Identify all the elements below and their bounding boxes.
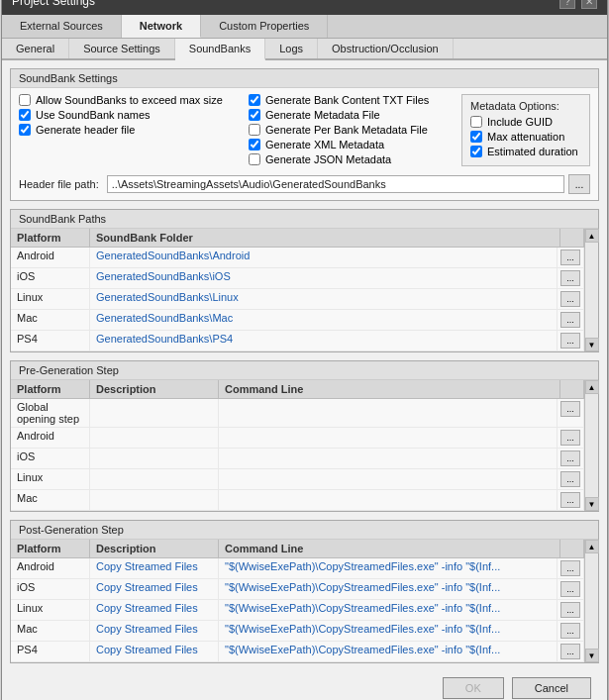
sub-tab-general[interactable]: General bbox=[2, 39, 69, 58]
cancel-button[interactable]: Cancel bbox=[512, 677, 591, 699]
cb-xml-label: Generate XML Metadata bbox=[265, 139, 384, 150]
cb-row-txt: Generate Bank Content TXT Files bbox=[249, 94, 450, 106]
td-folder: GeneratedSoundBanks\Linux bbox=[90, 289, 558, 309]
row-action-btn[interactable]: ... bbox=[560, 333, 580, 349]
cb-gen-metadata[interactable] bbox=[249, 109, 260, 121]
pre-scroll-up[interactable]: ▲ bbox=[585, 380, 599, 394]
td-action: ... bbox=[558, 331, 584, 350]
table-row[interactable]: PS4 Copy Streamed Files "$(WwiseExePath)… bbox=[11, 642, 584, 662]
td-platform: Android bbox=[11, 248, 90, 267]
sub-tab-obstruction[interactable]: Obstruction/Occlusion bbox=[318, 39, 454, 58]
cb-row-header: Generate header file bbox=[19, 124, 237, 136]
row-action-btn[interactable]: ... bbox=[560, 581, 580, 597]
table-row[interactable]: Linux GeneratedSoundBanks\Linux ... bbox=[11, 289, 584, 310]
table-row[interactable]: PS4 GeneratedSoundBanks\PS4 ... bbox=[11, 331, 584, 351]
td-folder: GeneratedSoundBanks\iOS bbox=[90, 268, 558, 288]
row-action-btn[interactable]: ... bbox=[560, 401, 580, 417]
row-action-btn[interactable]: ... bbox=[560, 430, 580, 446]
tab-custom-properties[interactable]: Custom Properties bbox=[201, 15, 328, 38]
post-scroll-down[interactable]: ▼ bbox=[585, 649, 599, 662]
row-action-btn[interactable]: ... bbox=[560, 492, 580, 508]
scroll-track bbox=[585, 243, 598, 338]
td-action: ... bbox=[558, 289, 584, 309]
table-row[interactable]: Global opening step ... bbox=[11, 399, 584, 428]
row-action-btn[interactable]: ... bbox=[560, 312, 580, 328]
cb-exceed-max[interactable] bbox=[19, 94, 31, 106]
tab-network[interactable]: Network bbox=[122, 15, 201, 38]
cb-per-bank[interactable] bbox=[249, 124, 260, 136]
td-action: ... bbox=[558, 490, 584, 510]
table-row[interactable]: iOS ... bbox=[11, 449, 584, 469]
soundbank-settings-section: SoundBank Settings Allow SoundBanks to e… bbox=[10, 68, 599, 201]
td-folder: GeneratedSoundBanks\Mac bbox=[90, 310, 558, 330]
header-path-input[interactable] bbox=[107, 175, 564, 193]
td-cmd bbox=[219, 428, 558, 448]
scroll-down-arrow[interactable]: ▼ bbox=[585, 338, 599, 351]
td-cmd bbox=[219, 399, 558, 427]
post-gen-table-wrap: Platform Description Command Line Androi… bbox=[11, 540, 598, 662]
cb-gen-txt[interactable] bbox=[249, 94, 260, 106]
row-action-btn[interactable]: ... bbox=[560, 471, 580, 487]
cb-max-atten[interactable] bbox=[470, 131, 482, 143]
sub-tab-logs[interactable]: Logs bbox=[265, 39, 318, 58]
table-row[interactable]: Linux Copy Streamed Files "$(WwiseExePat… bbox=[11, 600, 584, 621]
td-action: ... bbox=[558, 600, 584, 620]
table-row[interactable]: Linux ... bbox=[11, 469, 584, 490]
dialog-buttons: OK Cancel bbox=[10, 671, 599, 700]
cb-est-dur[interactable] bbox=[470, 146, 482, 157]
ok-button[interactable]: OK bbox=[443, 677, 504, 699]
table-row[interactable]: Android GeneratedSoundBanks\Android ... bbox=[11, 248, 584, 268]
table-row[interactable]: iOS GeneratedSoundBanks\iOS ... bbox=[11, 268, 584, 289]
td-desc: Copy Streamed Files bbox=[90, 600, 219, 620]
th-action bbox=[560, 229, 584, 247]
soundbank-settings-content: Allow SoundBanks to exceed max size Use … bbox=[11, 88, 598, 200]
td-folder: GeneratedSoundBanks\Android bbox=[90, 248, 558, 267]
sub-tab-soundbanks[interactable]: SoundBanks bbox=[175, 39, 265, 60]
soundbank-paths-scrollbar[interactable]: ▲ ▼ bbox=[584, 229, 598, 351]
table-row[interactable]: Mac Copy Streamed Files "$(WwiseExePath)… bbox=[11, 621, 584, 642]
pre-gen-scrollbar[interactable]: ▲ ▼ bbox=[584, 380, 598, 511]
cb-include-guid[interactable] bbox=[470, 116, 482, 128]
cb-gen-xml[interactable] bbox=[249, 139, 260, 150]
cb-row-per-bank: Generate Per Bank Metadata File bbox=[249, 124, 450, 136]
td-platform: Android bbox=[11, 558, 90, 578]
td-platform: Mac bbox=[11, 621, 90, 641]
post-scroll-up[interactable]: ▲ bbox=[585, 540, 599, 553]
main-content: SoundBank Settings Allow SoundBanks to e… bbox=[2, 60, 607, 700]
table-row[interactable]: iOS Copy Streamed Files "$(WwiseExePath)… bbox=[11, 579, 584, 600]
td-action: ... bbox=[558, 642, 584, 661]
browse-button[interactable]: ... bbox=[568, 174, 590, 194]
soundbank-paths-rows: Android GeneratedSoundBanks\Android ... … bbox=[11, 248, 584, 351]
close-button[interactable]: ✕ bbox=[581, 0, 597, 9]
td-action: ... bbox=[558, 310, 584, 330]
row-action-btn[interactable]: ... bbox=[560, 250, 580, 265]
project-settings-dialog: Project Settings ? ✕ External Sources Ne… bbox=[1, 0, 608, 700]
table-row[interactable]: Mac ... bbox=[11, 490, 584, 511]
sub-tabs: General Source Settings SoundBanks Logs … bbox=[2, 39, 607, 60]
cb-gen-header[interactable] bbox=[19, 124, 31, 136]
cb-gen-json[interactable] bbox=[249, 153, 260, 165]
row-action-btn[interactable]: ... bbox=[560, 450, 580, 466]
td-platform: Linux bbox=[11, 289, 90, 309]
soundbank-paths-header: Platform SoundBank Folder bbox=[11, 229, 584, 248]
pre-scroll-down[interactable]: ▼ bbox=[585, 497, 599, 511]
table-row[interactable]: Mac GeneratedSoundBanks\Mac ... bbox=[11, 310, 584, 331]
row-action-btn[interactable]: ... bbox=[560, 602, 580, 618]
row-action-btn[interactable]: ... bbox=[560, 623, 580, 639]
sub-tab-source-settings[interactable]: Source Settings bbox=[69, 39, 175, 58]
table-row[interactable]: Android ... bbox=[11, 428, 584, 449]
cb-use-names[interactable] bbox=[19, 109, 31, 121]
row-action-btn[interactable]: ... bbox=[560, 560, 580, 576]
soundbank-settings-title: SoundBank Settings bbox=[11, 69, 598, 88]
tab-external-sources[interactable]: External Sources bbox=[2, 15, 122, 38]
td-action: ... bbox=[558, 449, 584, 468]
post-gen-scrollbar[interactable]: ▲ ▼ bbox=[584, 540, 598, 662]
scroll-up-arrow[interactable]: ▲ bbox=[585, 229, 599, 243]
help-button[interactable]: ? bbox=[559, 0, 575, 9]
table-row[interactable]: Android Copy Streamed Files "$(WwiseExeP… bbox=[11, 558, 584, 579]
pre-gen-title: Pre-Generation Step bbox=[11, 361, 598, 380]
row-action-btn[interactable]: ... bbox=[560, 291, 580, 307]
row-action-btn[interactable]: ... bbox=[560, 644, 580, 659]
row-action-btn[interactable]: ... bbox=[560, 270, 580, 286]
td-action: ... bbox=[558, 621, 584, 641]
